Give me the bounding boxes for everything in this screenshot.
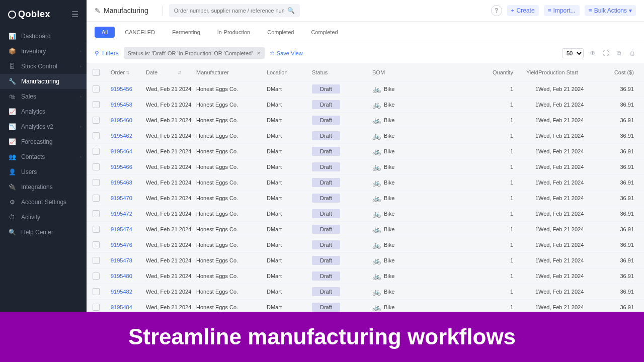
- row-checkbox[interactable]: [93, 195, 100, 202]
- cell-yield: 1: [513, 273, 538, 279]
- col-manufacturer[interactable]: Manufacturer: [196, 69, 267, 75]
- sidebar-item-integrations[interactable]: 🔌Integrations: [0, 179, 87, 195]
- order-link[interactable]: 9195470: [111, 195, 132, 201]
- table-row: 9195456 Wed, Feb 21 2024 Honest Eggs Co.…: [87, 81, 644, 97]
- cell-manufacturer: Honest Eggs Co.: [196, 211, 267, 217]
- col-order[interactable]: Order⇅: [111, 69, 146, 75]
- nav-icon: 🗄: [8, 63, 16, 70]
- page-size-select[interactable]: 50: [562, 48, 584, 58]
- order-link[interactable]: 9195472: [111, 211, 132, 217]
- create-button[interactable]: +Create: [507, 5, 539, 16]
- row-checkbox[interactable]: [93, 85, 100, 93]
- order-link[interactable]: 9195468: [111, 179, 132, 186]
- search-box[interactable]: 🔍: [169, 4, 300, 17]
- row-checkbox[interactable]: [93, 210, 100, 217]
- menu-toggle-icon[interactable]: ☰: [71, 10, 78, 19]
- tab-canceled[interactable]: CANCELED: [118, 27, 162, 38]
- tab-fermenting[interactable]: Fermenting: [165, 27, 207, 38]
- promo-banner: Streamline manufacturing workflows: [0, 312, 644, 362]
- sidebar-item-manufacturing[interactable]: 🔧Manufacturing: [0, 74, 87, 89]
- sidebar-item-contacts[interactable]: 👥Contacts›: [0, 149, 87, 164]
- row-checkbox[interactable]: [93, 179, 100, 186]
- cell-location: DMart: [267, 257, 312, 263]
- order-link[interactable]: 9195480: [111, 273, 132, 279]
- search-icon[interactable]: 🔍: [287, 7, 295, 14]
- tab-completed[interactable]: Completed: [260, 27, 301, 38]
- tab-in-production[interactable]: In-Production: [210, 27, 257, 38]
- order-link[interactable]: 9195476: [111, 242, 132, 248]
- tab-completed[interactable]: Completed: [304, 27, 345, 38]
- col-quantity[interactable]: Quantity: [483, 69, 513, 75]
- sidebar-item-dashboard[interactable]: 📊Dashboard: [0, 29, 87, 44]
- copy-icon[interactable]: ⧉: [615, 50, 623, 57]
- order-link[interactable]: 9195466: [111, 164, 132, 170]
- nav-label: Analytics v2: [21, 123, 53, 130]
- status-badge: Draft: [312, 287, 340, 296]
- row-checkbox[interactable]: [93, 241, 100, 248]
- import-button[interactable]: ≡Import...: [544, 5, 580, 16]
- expand-icon[interactable]: ⛶: [602, 50, 610, 57]
- sidebar-item-inventory[interactable]: 📦Inventory›: [0, 44, 87, 59]
- status-badge: Draft: [312, 209, 340, 218]
- bike-icon: 🚲: [372, 210, 381, 218]
- eye-icon[interactable]: 👁: [589, 50, 597, 57]
- sidebar-item-users[interactable]: 👤Users: [0, 164, 87, 179]
- edit-icon[interactable]: ✎: [95, 7, 101, 15]
- cell-yield: 1: [513, 195, 538, 201]
- order-link[interactable]: 9195458: [111, 102, 132, 108]
- sidebar-item-activity[interactable]: ⏱Activity: [0, 210, 87, 225]
- order-link[interactable]: 9195464: [111, 148, 132, 154]
- sidebar-item-forecasting[interactable]: 📈Forecasting: [0, 134, 87, 149]
- col-date[interactable]: Date⇵: [146, 69, 196, 75]
- search-input[interactable]: [174, 8, 284, 14]
- remove-filter-icon[interactable]: ×: [257, 49, 261, 57]
- row-checkbox[interactable]: [93, 132, 100, 139]
- row-checkbox[interactable]: [93, 288, 100, 295]
- sidebar-item-sales[interactable]: 🛍Sales›: [0, 89, 87, 104]
- sidebar-item-stock-control[interactable]: 🗄Stock Control›: [0, 59, 87, 74]
- nav-label: Contacts: [21, 153, 45, 160]
- tab-all[interactable]: All: [95, 27, 115, 38]
- table-row: 9195470 Wed, Feb 21 2024 Honest Eggs Co.…: [87, 191, 644, 206]
- col-cost[interactable]: Cost ($): [604, 69, 634, 75]
- cell-location: DMart: [267, 133, 312, 139]
- col-bom[interactable]: BOM: [372, 69, 483, 75]
- cell-manufacturer: Honest Eggs Co.: [196, 273, 267, 279]
- order-link[interactable]: 9195484: [111, 304, 132, 310]
- sidebar-item-help-center[interactable]: 🔍Help Center: [0, 225, 87, 240]
- row-checkbox[interactable]: [93, 273, 100, 280]
- sidebar-item-account-settings[interactable]: ⚙Account Settings: [0, 195, 87, 210]
- order-link[interactable]: 9195456: [111, 86, 132, 92]
- order-link[interactable]: 9195478: [111, 257, 132, 263]
- row-checkbox[interactable]: [93, 117, 100, 124]
- cell-quantity: 1: [483, 304, 513, 310]
- select-all-checkbox[interactable]: [93, 69, 100, 76]
- cell-quantity: 1: [483, 179, 513, 186]
- cell-date: Wed, Feb 21 2024: [146, 164, 196, 170]
- print-icon[interactable]: ⎙: [628, 50, 636, 57]
- save-view-button[interactable]: ☆ Save View: [270, 50, 303, 56]
- row-checkbox[interactable]: [93, 304, 100, 311]
- filters-button[interactable]: ⚲ Filters: [95, 50, 119, 57]
- order-link[interactable]: 9195460: [111, 117, 132, 123]
- order-link[interactable]: 9195462: [111, 133, 132, 139]
- row-checkbox[interactable]: [93, 257, 100, 264]
- col-location[interactable]: Location: [267, 69, 312, 75]
- row-checkbox[interactable]: [93, 101, 100, 108]
- bulk-actions-button[interactable]: ≡Bulk Actions▾: [585, 5, 636, 16]
- col-yield[interactable]: Yield: [513, 69, 538, 75]
- cell-location: DMart: [267, 304, 312, 310]
- row-checkbox[interactable]: [93, 163, 100, 170]
- sidebar-item-analytics[interactable]: 📈Analytics: [0, 104, 87, 119]
- help-button[interactable]: ?: [491, 5, 502, 16]
- sidebar-item-analytics-v2[interactable]: 📉Analytics v2›: [0, 119, 87, 134]
- order-link[interactable]: 9195482: [111, 289, 132, 295]
- status-badge: Draft: [312, 84, 340, 94]
- col-status[interactable]: Status: [312, 69, 372, 75]
- col-production-start[interactable]: Production Start: [538, 69, 604, 75]
- order-link[interactable]: 9195474: [111, 226, 132, 232]
- row-checkbox[interactable]: [93, 148, 100, 155]
- cell-cost: 36.91: [604, 179, 634, 186]
- sidebar: Qoblex ☰ 📊Dashboard📦Inventory›🗄Stock Con…: [0, 0, 87, 362]
- row-checkbox[interactable]: [93, 226, 100, 233]
